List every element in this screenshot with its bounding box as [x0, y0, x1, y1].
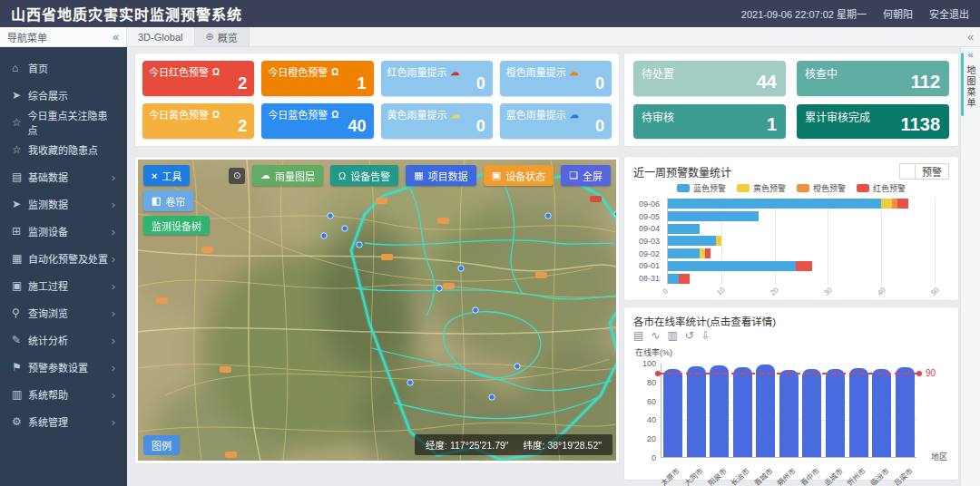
legend-item[interactable]: 蓝色预警	[677, 182, 726, 194]
stacked-bar[interactable]	[668, 236, 935, 246]
status-card[interactable]: 累计审核完成1138	[797, 104, 949, 140]
city-online-bar[interactable]	[710, 365, 729, 457]
sidebar-item-label: 基础数据	[28, 170, 68, 184]
rain-cloud-icon: ☁	[451, 67, 460, 77]
sidebar-item[interactable]: ⌂首页	[0, 54, 127, 82]
sidebar-item[interactable]: ▥系统帮助›	[0, 381, 127, 408]
status-card[interactable]: 待审核1	[633, 104, 786, 140]
warning-card[interactable]: 今日红色预警Ω2	[142, 61, 254, 96]
username[interactable]: 何朝阳	[883, 6, 913, 21]
city-online-bar[interactable]	[872, 369, 891, 457]
warning-card-label: 今日蓝色预警	[268, 107, 328, 122]
map-layer-button[interactable]: ☁雨量图层	[252, 165, 323, 186]
collapse-strip-icon[interactable]: «	[961, 49, 980, 60]
warning-card[interactable]: 黄色雨量提示☁0	[381, 103, 493, 139]
map-locate-icon[interactable]: ⊙	[229, 168, 245, 184]
legend-item[interactable]: 黄色预警	[737, 182, 786, 194]
collapse-left-icon[interactable]: «	[113, 31, 119, 44]
warning-card[interactable]: 红色雨量提示☁0	[381, 61, 493, 96]
sidebar-item-label: 监测设备	[28, 224, 68, 238]
markline-90: 90	[659, 373, 918, 374]
city-online-bar[interactable]	[733, 367, 752, 457]
city-online-bar[interactable]	[687, 366, 706, 457]
warning-card-value: 1	[357, 74, 366, 93]
sidebar-item[interactable]: ☆我收藏的隐患点	[0, 136, 127, 163]
stacked-bar[interactable]	[668, 261, 935, 271]
map-layer-button[interactable]: ❏全屏	[561, 165, 611, 186]
city-online-bar[interactable]	[756, 364, 775, 457]
map-legend-button[interactable]: 图例	[143, 435, 180, 455]
city-online-bar[interactable]	[826, 369, 845, 457]
stacked-bar[interactable]	[668, 211, 935, 221]
chart2-x-label: 吕梁市	[896, 462, 915, 478]
warning-card[interactable]: 今日黄色预警Ω2	[142, 103, 254, 139]
sidebar-item[interactable]: ⚑预警参数设置›	[0, 354, 127, 381]
map-canvas[interactable]: ×工具◧卷帘监测设备树 ⊙ ☁雨量图层Ω设备告警▦项目数据▣设备状态❏全屏 图例…	[138, 160, 616, 461]
bar-segment	[881, 199, 892, 209]
bar-segment	[668, 274, 679, 284]
collapse-right-icon[interactable]: «	[961, 27, 980, 46]
warning-toggle[interactable]: 预警	[899, 163, 949, 180]
city-online-bar[interactable]	[779, 370, 799, 457]
map-button-工具[interactable]: ×工具	[143, 165, 190, 186]
download-icon[interactable]: ⇩	[701, 330, 710, 341]
map-button-label: 全屏	[583, 169, 603, 183]
data-view-icon[interactable]: ▤	[633, 330, 643, 341]
map-layer-button[interactable]: ▣设备状态	[484, 165, 554, 186]
sidebar-item[interactable]: ⊞监测设备›	[0, 218, 127, 245]
refresh-icon[interactable]: ↺	[685, 330, 694, 341]
map-button-卷帘[interactable]: ◧卷帘	[143, 190, 193, 211]
bar-chart-icon[interactable]: ▥	[667, 330, 677, 341]
city-online-bar[interactable]	[896, 367, 915, 457]
stacked-bar[interactable]	[668, 224, 935, 234]
map-layer-button[interactable]: ▦项目数据	[406, 165, 475, 186]
sidebar-item-label: 综合展示	[28, 88, 68, 102]
status-card[interactable]: 核查中112	[797, 61, 949, 96]
map-menu-vertical-tab[interactable]: 地图菜单	[964, 65, 977, 109]
rain-layer-icon: ☁	[260, 170, 270, 181]
stacked-bar[interactable]	[668, 248, 935, 258]
warning-card[interactable]: 今日蓝色预警Ω40	[261, 103, 373, 139]
tab-overview[interactable]: ⊕ 概览	[195, 27, 250, 46]
device-tree-button[interactable]: 监测设备树	[143, 216, 210, 235]
map-layer-button[interactable]: Ω设备告警	[330, 165, 398, 186]
map-panel: ×工具◧卷帘监测设备树 ⊙ ☁雨量图层Ω设备告警▦项目数据▣设备状态❏全屏 图例…	[134, 156, 620, 464]
star-icon: ☆	[12, 116, 28, 129]
legend-item[interactable]: 橙色预警	[797, 182, 846, 194]
stacked-bar[interactable]	[668, 199, 935, 209]
city-online-bar[interactable]	[849, 368, 868, 457]
bell-icon: Ω	[331, 67, 338, 77]
scrollbar-thumb[interactable]	[961, 53, 964, 116]
city-online-bar[interactable]	[802, 369, 821, 457]
chart2-y-tick: 80	[634, 378, 656, 387]
status-card-value: 112	[911, 72, 940, 92]
toggle-warning-segment[interactable]: 预警	[916, 163, 949, 180]
warning-card[interactable]: 蓝色雨量提示☁0	[500, 103, 612, 139]
sidebar-item[interactable]: ▣施工过程›	[0, 272, 127, 299]
sidebar-item[interactable]: ▤基础数据›	[0, 163, 127, 190]
sidebar-item[interactable]: ☆今日重点关注隐患点	[0, 109, 127, 136]
sidebar-item[interactable]: ➤综合展示	[0, 82, 127, 109]
sidebar-item[interactable]: ▦自动化预警及处置›	[0, 245, 127, 272]
sidebar-item[interactable]: ✎统计分析›	[0, 326, 127, 354]
city-online-bar[interactable]	[663, 369, 682, 457]
warning-card[interactable]: 橙色雨量提示☁0	[500, 61, 612, 96]
province-map[interactable]	[138, 160, 616, 461]
chart1-legend: 蓝色预警黄色预警橙色预警红色预警	[633, 182, 949, 194]
line-chart-icon[interactable]: ∿	[651, 330, 660, 341]
chart2-plot: 地区 02040608010090太原市大同市阳泉市长治市晋城市朔州市晋中市运城…	[661, 360, 916, 486]
legend-item[interactable]: 红色预警	[857, 182, 906, 194]
warning-card[interactable]: 今日橙色预警Ω1	[261, 61, 373, 96]
stacked-bar[interactable]	[668, 274, 935, 284]
toggle-blank-segment[interactable]	[899, 163, 916, 180]
tab-3d-global[interactable]: 3D-Global	[127, 27, 195, 46]
status-card[interactable]: 待处置44	[633, 61, 786, 96]
map-button-label: 监测设备树	[152, 219, 201, 233]
bar-segment	[668, 261, 796, 271]
chart2-x-label: 长治市	[732, 462, 751, 478]
sidebar-item[interactable]: ⚙系统管理›	[0, 408, 127, 435]
chart2-x-label: 朔州市	[779, 462, 798, 478]
sidebar-item[interactable]: ⚲查询浏览›	[0, 299, 127, 326]
sidebar-item[interactable]: ➤监测数据›	[0, 190, 127, 218]
logout-button[interactable]: 安全退出	[929, 6, 969, 21]
